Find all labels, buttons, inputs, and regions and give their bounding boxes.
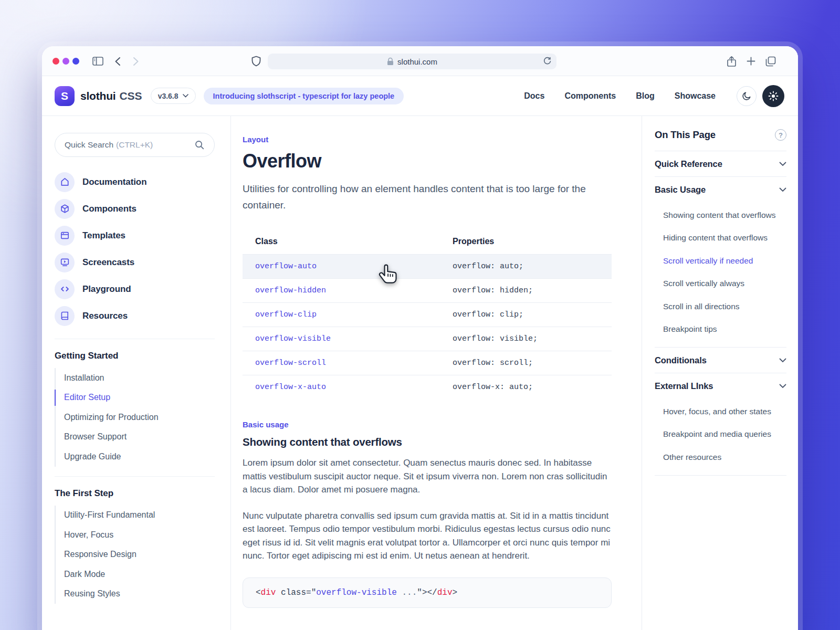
- moon-icon: [742, 91, 752, 101]
- section-title-getting-started: Getting Started: [55, 351, 215, 361]
- book-icon: [55, 306, 75, 326]
- sidebar-item-upgrade-guide[interactable]: Upgrade Guide: [56, 447, 215, 467]
- browser-window: slothui.com S slothui CSS v3.6.8 Introdu…: [42, 46, 798, 630]
- sidebar-item-editor-setup[interactable]: Editor Setup: [56, 388, 215, 408]
- browser-window-icon: [55, 226, 75, 246]
- version-selector[interactable]: v3.6.8: [151, 88, 196, 104]
- props-value: overflow: visible;: [440, 327, 612, 351]
- docs-sidebar: Quick Search (CTRL+K) Documentation Comp…: [42, 116, 231, 630]
- search-icon: [194, 140, 205, 150]
- announcement-banner[interactable]: Introducing slothscript - typescript for…: [204, 88, 404, 104]
- chevron-down-icon: [779, 384, 786, 388]
- url-text: slothui.com: [397, 57, 437, 66]
- column-header-properties: Properties: [440, 230, 612, 255]
- nav-link-showcase[interactable]: Showcase: [675, 91, 716, 101]
- toc-item[interactable]: Other resources: [655, 446, 786, 469]
- address-bar[interactable]: slothui.com: [268, 54, 556, 69]
- tab-overview-icon[interactable]: [765, 46, 776, 76]
- help-icon[interactable]: ?: [775, 129, 786, 141]
- page-title: Overflow: [243, 150, 612, 172]
- chevron-down-icon: [779, 162, 786, 166]
- toc-section-external-links[interactable]: External LInks: [655, 373, 786, 399]
- class-link[interactable]: overflow-scroll: [255, 359, 326, 368]
- table-row: overflow-auto overflow: auto;: [243, 255, 612, 279]
- light-mode-button[interactable]: [762, 85, 784, 107]
- toc-section-basic-usage[interactable]: Basic Usage: [655, 177, 786, 203]
- sun-icon: [768, 91, 779, 101]
- props-value: overflow-x: auto;: [440, 375, 612, 400]
- toc-item[interactable]: Showing content that overflows: [655, 204, 786, 227]
- new-tab-icon[interactable]: [747, 46, 755, 76]
- nav-link-docs[interactable]: Docs: [524, 91, 544, 101]
- toc-title: On This Page: [655, 129, 716, 141]
- class-link[interactable]: overflow-x-auto: [255, 383, 326, 392]
- sidebar-item-documentation[interactable]: Documentation: [55, 169, 215, 195]
- sidebar-item-responsive-design[interactable]: Responsive Design: [56, 545, 215, 565]
- sidebar-item-dark-mode[interactable]: Dark Mode: [56, 564, 215, 584]
- sidebar-item-components[interactable]: Components: [55, 195, 215, 222]
- code-icon: [55, 279, 75, 299]
- sidebar-item-utility-first[interactable]: Utility-First Fundamental: [56, 506, 215, 526]
- minimize-window-button[interactable]: [62, 58, 69, 65]
- table-row: overflow-hidden overflow: hidden;: [243, 279, 612, 303]
- class-link[interactable]: overflow-auto: [255, 262, 317, 271]
- toc-section-quick-reference[interactable]: Quick Reference: [655, 151, 786, 177]
- section-title-first-step: The First Step: [55, 488, 215, 499]
- brand-suffix: CSS: [119, 90, 142, 102]
- sidebar-item-optimizing[interactable]: Optimizing for Production: [56, 407, 215, 427]
- nav-link-blog[interactable]: Blog: [636, 91, 655, 101]
- utility-class-table: Class Properties overflow-auto overflow:…: [243, 230, 612, 399]
- zoom-window-button[interactable]: [72, 58, 79, 65]
- sidebar-item-hover-focus[interactable]: Hover, Focus: [56, 525, 215, 545]
- class-link[interactable]: overflow-clip: [255, 310, 317, 319]
- page-description: Utilities for controlling how an element…: [243, 181, 610, 213]
- doc-content: Layout Overflow Utilities for controllin…: [231, 116, 642, 630]
- refresh-icon[interactable]: [543, 57, 552, 66]
- toc-item[interactable]: Scroll vertically always: [655, 272, 786, 296]
- sidebar-item-playground[interactable]: Playground: [55, 276, 215, 302]
- class-link[interactable]: overflow-visible: [255, 334, 331, 343]
- usage-label: Basic usage: [243, 420, 612, 429]
- sidebar-item-installation[interactable]: Installation: [56, 368, 215, 388]
- props-value: overflow: scroll;: [440, 351, 612, 375]
- privacy-shield-icon[interactable]: [251, 46, 261, 76]
- quick-search-input[interactable]: Quick Search (CTRL+K): [55, 133, 215, 157]
- close-window-button[interactable]: [52, 58, 59, 65]
- toc-item[interactable]: Hiding content that overflows: [655, 227, 786, 250]
- toc-item[interactable]: Breakpoint tips: [655, 318, 786, 341]
- nav-link-components[interactable]: Components: [564, 91, 616, 101]
- props-value: overflow: hidden;: [440, 279, 612, 303]
- body-paragraph: Nunc vulputate pharetra convallis sed ip…: [243, 509, 612, 563]
- chevron-down-icon: [779, 187, 786, 192]
- code-snippet[interactable]: <div class="overflow-visible ..."></div>: [243, 578, 612, 608]
- lock-icon: [387, 57, 394, 66]
- sidebar-item-browser-support[interactable]: Browser Support: [56, 427, 215, 447]
- props-value: overflow: clip;: [440, 303, 612, 327]
- slothui-logo[interactable]: S: [55, 86, 75, 106]
- table-row: overflow-scroll overflow: scroll;: [243, 351, 612, 375]
- table-row: overflow-x-auto overflow-x: auto;: [243, 375, 612, 400]
- toc-item[interactable]: Hover, focus, and other states: [655, 400, 786, 423]
- sidebar-item-resources[interactable]: Resources: [55, 302, 215, 329]
- toc-item-active[interactable]: Scroll vertically if needed: [655, 249, 786, 272]
- class-link[interactable]: overflow-hidden: [255, 286, 326, 295]
- sidebar-toggle-icon[interactable]: [92, 46, 103, 76]
- category-label[interactable]: Layout: [243, 135, 612, 144]
- on-this-page-panel: On This Page ? Quick Reference Basic Usa…: [642, 116, 798, 630]
- table-row: overflow-visible overflow: visible;: [243, 327, 612, 351]
- toc-item[interactable]: Breakpoint and media queries: [655, 423, 786, 446]
- dark-mode-button[interactable]: [737, 86, 757, 106]
- toc-section-conditionals[interactable]: Conditionals: [655, 348, 786, 373]
- column-header-class: Class: [243, 230, 440, 255]
- sidebar-item-screencasts[interactable]: Screencasts: [55, 249, 215, 276]
- toc-item[interactable]: Scroll in all directions: [655, 295, 786, 318]
- sidebar-item-reusing-styles[interactable]: Reusing Styles: [56, 584, 215, 604]
- share-icon[interactable]: [727, 46, 737, 76]
- body-paragraph: Lorem ipsum dolor sit amet consectetur. …: [243, 456, 612, 497]
- home-icon: [55, 172, 75, 192]
- back-icon[interactable]: [114, 46, 121, 76]
- forward-icon[interactable]: [133, 46, 139, 76]
- table-row: overflow-clip overflow: clip;: [243, 303, 612, 327]
- sidebar-divider: [55, 339, 215, 339]
- sidebar-item-templates[interactable]: Templates: [55, 222, 215, 249]
